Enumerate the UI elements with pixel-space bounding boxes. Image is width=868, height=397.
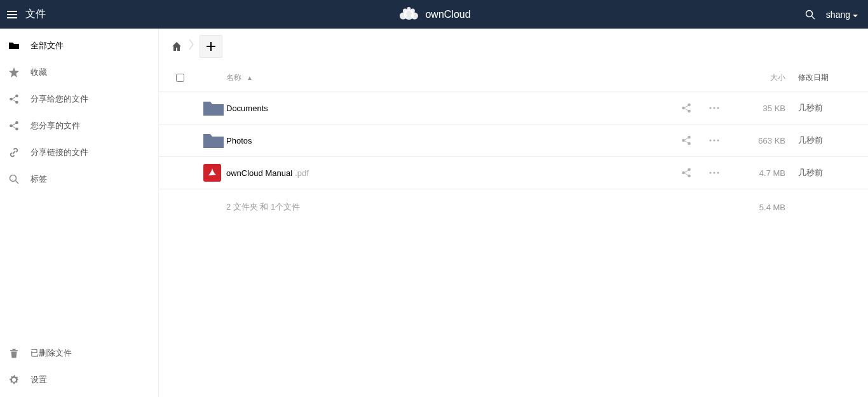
app-title: 文件 (25, 8, 46, 21)
breadcrumb-separator-icon (188, 38, 194, 55)
file-type-icon (201, 99, 226, 117)
file-table: 名称 ▲ 大小 修改日期 Documents 35 KB 几秒前 (159, 64, 868, 225)
svg-point-33 (717, 172, 719, 173)
table-summary: 2 文件夹 和 1个文件 5.4 MB (159, 189, 868, 225)
sidebar-item-trash[interactable]: 已删除文件 (0, 340, 158, 367)
svg-point-21 (717, 107, 719, 109)
header-left: 文件 (0, 8, 46, 21)
share-icon (9, 121, 19, 131)
home-icon[interactable] (170, 40, 183, 53)
sidebar-label: 您分享的文件 (31, 120, 80, 131)
share-icon[interactable] (672, 168, 700, 178)
svg-point-3 (403, 8, 407, 13)
svg-point-4 (410, 8, 415, 13)
svg-point-14 (10, 175, 17, 182)
table-row[interactable]: Photos 663 KB 几秒前 (159, 124, 868, 157)
sidebar-label: 分享给您的文件 (31, 93, 88, 105)
user-menu[interactable]: shang (826, 10, 858, 20)
svg-line-7 (811, 16, 815, 19)
svg-point-19 (709, 107, 711, 109)
file-type-icon (201, 164, 226, 182)
user-name: shang (826, 10, 850, 20)
svg-point-6 (806, 10, 812, 17)
folder-icon (203, 99, 224, 117)
file-name[interactable]: ownCloud Manual.pdf (226, 168, 672, 178)
sidebar-item-settings[interactable]: 设置 (0, 367, 158, 393)
link-icon (9, 147, 19, 158)
share-icon[interactable] (672, 135, 700, 145)
select-all-cell (159, 74, 201, 82)
svg-point-20 (713, 107, 715, 109)
file-date: 几秒前 (798, 167, 868, 178)
sidebar-footer: 已删除文件 设置 (0, 340, 158, 397)
svg-point-25 (709, 139, 711, 141)
sidebar-item-shared-by-you[interactable]: 您分享的文件 (0, 112, 158, 139)
svg-point-9 (10, 98, 13, 101)
hamburger-menu-icon[interactable] (6, 9, 18, 20)
share-icon (9, 94, 19, 104)
table-header: 名称 ▲ 大小 修改日期 (159, 64, 868, 92)
header-brand: ownCloud (397, 6, 470, 24)
sidebar-item-favorites[interactable]: 收藏 (0, 59, 158, 86)
file-size: 663 KB (728, 136, 798, 145)
sidebar-nav: 全部文件 收藏 分享给您的文件 您分享的文件 分享链接的文件 标签 (0, 29, 158, 340)
select-all-checkbox[interactable] (176, 74, 184, 82)
col-header-modified[interactable]: 修改日期 (798, 72, 868, 83)
plus-icon (206, 41, 216, 51)
col-header-size[interactable]: 大小 (728, 72, 798, 83)
new-button[interactable] (200, 35, 222, 58)
sidebar: 全部文件 收藏 分享给您的文件 您分享的文件 分享链接的文件 标签 已删除文件 (0, 29, 159, 397)
more-icon[interactable] (700, 172, 728, 174)
folder-icon (203, 131, 224, 149)
search-icon[interactable] (804, 9, 816, 20)
sidebar-label: 收藏 (31, 67, 47, 78)
file-date: 几秒前 (798, 102, 868, 114)
sidebar-label: 标签 (31, 173, 47, 185)
svg-point-26 (713, 139, 715, 141)
breadcrumb-bar (159, 29, 868, 64)
more-icon[interactable] (700, 139, 728, 142)
cloud-logo-icon (397, 6, 420, 24)
sidebar-item-all-files[interactable]: 全部文件 (0, 32, 158, 59)
svg-point-1 (400, 12, 407, 19)
pdf-icon (203, 164, 221, 182)
svg-point-27 (717, 139, 719, 141)
trash-icon (9, 348, 19, 358)
share-icon[interactable] (672, 103, 700, 113)
summary-size: 5.4 MB (728, 203, 798, 212)
svg-point-31 (709, 172, 711, 173)
svg-point-17 (682, 107, 685, 110)
svg-point-23 (682, 139, 685, 142)
sidebar-label: 已删除文件 (31, 347, 72, 359)
sidebar-label: 全部文件 (31, 40, 64, 51)
more-icon[interactable] (700, 107, 728, 109)
file-name[interactable]: Photos (226, 136, 672, 145)
sidebar-label: 分享链接的文件 (31, 147, 88, 158)
caret-down-icon (853, 10, 858, 20)
brand-name: ownCloud (425, 9, 470, 20)
search-icon (9, 174, 19, 184)
svg-point-5 (407, 7, 410, 11)
svg-line-15 (16, 181, 19, 184)
sidebar-item-shared-with-you[interactable]: 分享给您的文件 (0, 86, 158, 112)
folder-icon (9, 41, 19, 51)
file-size: 35 KB (728, 104, 798, 113)
sidebar-label: 设置 (31, 374, 47, 386)
top-header: 文件 ownCloud shang (0, 0, 868, 29)
col-header-name[interactable]: 名称 ▲ (226, 72, 672, 83)
table-row[interactable]: Documents 35 KB 几秒前 (159, 92, 868, 124)
svg-point-29 (682, 172, 685, 175)
sidebar-item-shared-links[interactable]: 分享链接的文件 (0, 139, 158, 166)
star-icon (9, 67, 19, 77)
svg-point-2 (411, 12, 418, 19)
svg-point-12 (10, 124, 13, 128)
sidebar-item-tags[interactable]: 标签 (0, 166, 158, 192)
gear-icon (9, 375, 19, 385)
file-name[interactable]: Documents (226, 104, 672, 113)
file-type-icon (201, 131, 226, 149)
file-size: 4.7 MB (728, 168, 798, 178)
header-right: shang (804, 9, 868, 20)
sort-asc-icon: ▲ (247, 74, 253, 81)
table-row[interactable]: ownCloud Manual.pdf 4.7 MB 几秒前 (159, 157, 868, 189)
svg-point-32 (713, 172, 715, 173)
